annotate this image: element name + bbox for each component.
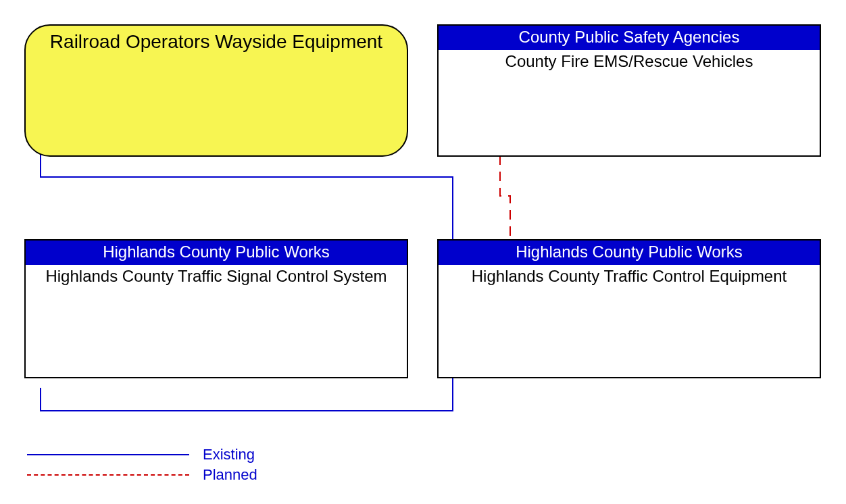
legend-row-existing: Existing <box>27 445 257 465</box>
legend-line-existing <box>27 454 189 455</box>
node-county-safety-header: County Public Safety Agencies <box>439 26 820 50</box>
node-hc-traffic-signal-control-system[interactable]: Highlands County Public Works Highlands … <box>24 239 408 378</box>
legend-line-planned <box>27 474 189 476</box>
connector-ems-to-equipment <box>500 155 510 239</box>
node-county-safety-body: County Fire EMS/Rescue Vehicles <box>439 50 820 70</box>
diagram-canvas: Railroad Operators Wayside Equipment Cou… <box>0 0 846 504</box>
node-hcpw-signal-header: Highlands County Public Works <box>26 241 407 265</box>
node-railroad-wayside-equipment[interactable]: Railroad Operators Wayside Equipment <box>24 24 408 157</box>
legend-row-planned: Planned <box>27 465 257 485</box>
connector-railroad-to-equipment <box>41 154 453 239</box>
node-hc-traffic-control-equipment[interactable]: Highlands County Public Works Highlands … <box>437 239 821 378</box>
node-railroad-title: Railroad Operators Wayside Equipment <box>50 26 382 53</box>
node-county-fire-ems-vehicles[interactable]: County Public Safety Agencies County Fir… <box>437 24 821 157</box>
node-hcpw-equip-header: Highlands County Public Works <box>439 241 820 265</box>
legend-label-planned: Planned <box>203 466 257 484</box>
node-hcpw-equip-body: Highlands County Traffic Control Equipme… <box>439 265 820 285</box>
legend: Existing Planned <box>27 445 257 485</box>
connector-signal-to-equipment <box>41 377 453 411</box>
node-hcpw-signal-body: Highlands County Traffic Signal Control … <box>26 265 407 285</box>
legend-label-existing: Existing <box>203 446 255 463</box>
